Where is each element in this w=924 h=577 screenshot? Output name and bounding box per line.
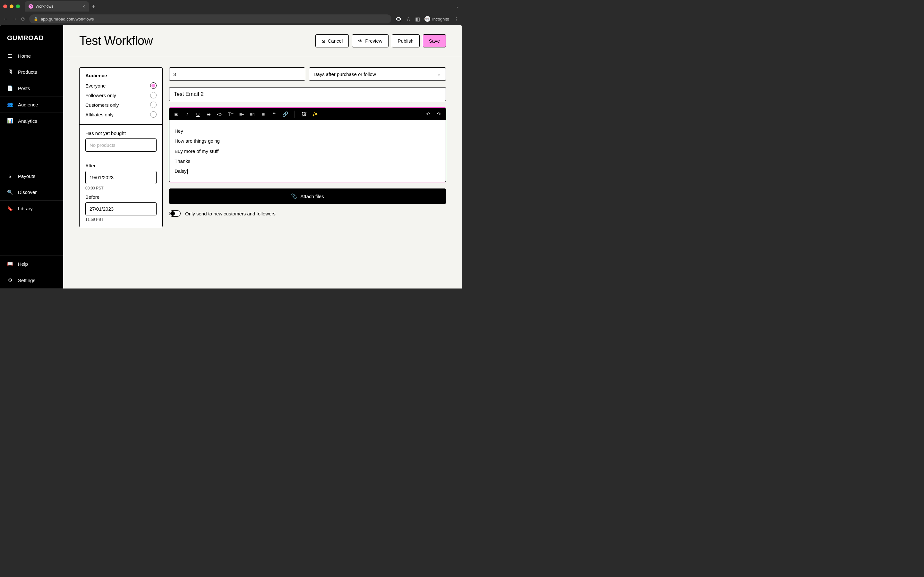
sidebar-item-label: Products bbox=[18, 69, 37, 75]
tabs-dropdown-icon[interactable]: ⌄ bbox=[456, 4, 459, 9]
toolbar-separator bbox=[294, 111, 295, 118]
home-icon: 🗔 bbox=[7, 53, 13, 59]
button-label: Publish bbox=[398, 38, 414, 44]
kebab-menu-icon[interactable]: ⋮ bbox=[454, 16, 459, 22]
sidebar-spacer-2 bbox=[0, 217, 63, 256]
cancel-icon: ⊠ bbox=[321, 39, 325, 44]
sidebar-item-discover[interactable]: 🔍 Discover bbox=[0, 184, 63, 201]
before-time-text: 11:59 PST bbox=[86, 218, 157, 222]
code-icon[interactable]: <> bbox=[217, 111, 223, 117]
eye-icon: 👁 bbox=[358, 39, 363, 44]
sidebar-item-products[interactable]: 🗄 Products bbox=[0, 64, 63, 80]
image-icon[interactable]: 🖼 bbox=[301, 111, 307, 117]
underline-icon[interactable]: U bbox=[195, 111, 201, 117]
audience-heading: Audience bbox=[86, 73, 157, 78]
toggle-knob bbox=[170, 211, 175, 216]
email-editor-column: Days after purchase or follow ⌄ B I U S … bbox=[169, 67, 446, 227]
paperclip-icon: 📎 bbox=[291, 193, 297, 199]
bookmark-icon: 🔖 bbox=[7, 206, 13, 211]
radio-icon bbox=[150, 102, 157, 108]
reload-button[interactable]: ⟳ bbox=[21, 16, 25, 22]
radio-icon bbox=[150, 111, 157, 118]
sidebar-item-label: Analytics bbox=[18, 118, 37, 124]
page-title: Test Workflow bbox=[79, 34, 153, 48]
eye-off-icon[interactable]: 👁‍🗨 bbox=[395, 16, 402, 22]
browser-tab-active[interactable]: G Workflows × bbox=[25, 1, 89, 11]
after-label: After bbox=[86, 163, 157, 168]
address-bar[interactable]: 🔒 app.gumroad.com/workflows bbox=[29, 15, 391, 23]
sidebar-item-home[interactable]: 🗔 Home bbox=[0, 48, 63, 64]
toggle-label: Only send to new customers and followers bbox=[185, 211, 276, 216]
link-icon[interactable]: 🔗 bbox=[282, 111, 288, 117]
sidebar-item-analytics[interactable]: 📊 Analytics bbox=[0, 113, 63, 129]
app-viewport: GUMROAD 🗔 Home 🗄 Products 📄 Posts 👥 Audi… bbox=[0, 25, 462, 288]
attach-files-button[interactable]: 📎 Attach files bbox=[169, 189, 446, 204]
bold-icon[interactable]: B bbox=[173, 111, 179, 117]
save-button[interactable]: Save bbox=[423, 34, 446, 47]
incognito-label: Incognito bbox=[432, 17, 449, 21]
italic-icon[interactable]: I bbox=[184, 111, 190, 117]
forward-button[interactable]: → bbox=[12, 16, 17, 22]
window-controls bbox=[3, 5, 20, 8]
not-bought-input[interactable] bbox=[86, 139, 157, 152]
radio-label: Affiliates only bbox=[86, 112, 113, 117]
text-size-icon[interactable]: Tᴛ bbox=[228, 111, 234, 117]
dollar-icon: $ bbox=[7, 173, 13, 179]
cancel-button[interactable]: ⊠ Cancel bbox=[315, 34, 349, 47]
sidebar-item-library[interactable]: 🔖 Library bbox=[0, 201, 63, 217]
redo-icon[interactable]: ↷ bbox=[436, 111, 442, 117]
sidebar-item-label: Help bbox=[18, 261, 28, 267]
close-tab-icon[interactable]: × bbox=[82, 4, 85, 9]
header-actions: ⊠ Cancel 👁 Preview Publish Save bbox=[315, 34, 446, 47]
incognito-indicator[interactable]: 👓 Incognito bbox=[425, 16, 449, 22]
star-icon[interactable]: ☆ bbox=[406, 16, 411, 22]
people-icon: 👥 bbox=[7, 102, 13, 107]
audience-option-followers[interactable]: Followers only bbox=[86, 90, 157, 100]
bar-chart-icon: 📊 bbox=[7, 118, 13, 124]
audience-option-affiliates[interactable]: Affiliates only bbox=[86, 110, 157, 119]
maximize-window-button[interactable] bbox=[16, 5, 20, 8]
audience-option-customers[interactable]: Customers only bbox=[86, 100, 157, 110]
back-button[interactable]: ← bbox=[3, 16, 8, 22]
preview-button[interactable]: 👁 Preview bbox=[352, 34, 388, 47]
toggle-switch[interactable] bbox=[169, 210, 181, 217]
panel-icon[interactable]: ◧ bbox=[415, 16, 420, 22]
sidebar-item-posts[interactable]: 📄 Posts bbox=[0, 80, 63, 97]
publish-button[interactable]: Publish bbox=[392, 34, 420, 47]
book-icon: 📖 bbox=[7, 261, 13, 267]
document-icon: 📄 bbox=[7, 85, 13, 91]
radio-icon bbox=[150, 92, 157, 98]
align-icon[interactable]: ≡ bbox=[260, 111, 266, 117]
sidebar-item-settings[interactable]: ⚙ Settings bbox=[0, 272, 63, 288]
audience-option-everyone[interactable]: Everyone bbox=[86, 81, 157, 90]
undo-icon[interactable]: ↶ bbox=[425, 111, 431, 117]
before-date-input[interactable] bbox=[86, 202, 157, 215]
date-range-section: After 00:00 PST Before 11:59 PST bbox=[79, 157, 162, 227]
radio-label: Followers only bbox=[86, 93, 116, 98]
magic-icon[interactable]: ✨ bbox=[312, 111, 318, 117]
after-date-input[interactable] bbox=[86, 171, 157, 184]
sidebar-item-payouts[interactable]: $ Payouts bbox=[0, 168, 63, 184]
new-tab-button[interactable]: + bbox=[92, 3, 95, 9]
close-window-button[interactable] bbox=[3, 5, 7, 8]
editor-body[interactable]: HeyHow are things goingBuy more of my st… bbox=[170, 120, 446, 182]
not-bought-label: Has not yet bought bbox=[86, 131, 157, 136]
editor-toolbar: B I U S <> Tᴛ ≡• ≡1 ≡ ❝ 🔗 🖼 ✨ bbox=[170, 108, 446, 120]
sidebar-item-audience[interactable]: 👥 Audience bbox=[0, 97, 63, 113]
delay-trigger-row: Days after purchase or follow ⌄ bbox=[169, 67, 446, 81]
audience-section: Audience Everyone Followers only Custome… bbox=[79, 68, 162, 125]
bullet-list-icon[interactable]: ≡• bbox=[239, 111, 244, 117]
trigger-select[interactable]: Days after purchase or follow ⌄ bbox=[309, 67, 446, 81]
quote-icon[interactable]: ❝ bbox=[271, 111, 277, 117]
brand-logo[interactable]: GUMROAD bbox=[0, 25, 63, 48]
numbered-list-icon[interactable]: ≡1 bbox=[250, 111, 255, 117]
subject-input[interactable] bbox=[169, 87, 446, 101]
not-bought-section: Has not yet bought bbox=[79, 125, 162, 157]
radio-label: Everyone bbox=[86, 83, 105, 89]
strikethrough-icon[interactable]: S bbox=[206, 111, 212, 117]
delay-input[interactable] bbox=[169, 67, 305, 81]
after-time-text: 00:00 PST bbox=[86, 186, 157, 190]
sidebar-item-help[interactable]: 📖 Help bbox=[0, 256, 63, 272]
attach-label: Attach files bbox=[300, 193, 324, 199]
minimize-window-button[interactable] bbox=[10, 5, 13, 8]
